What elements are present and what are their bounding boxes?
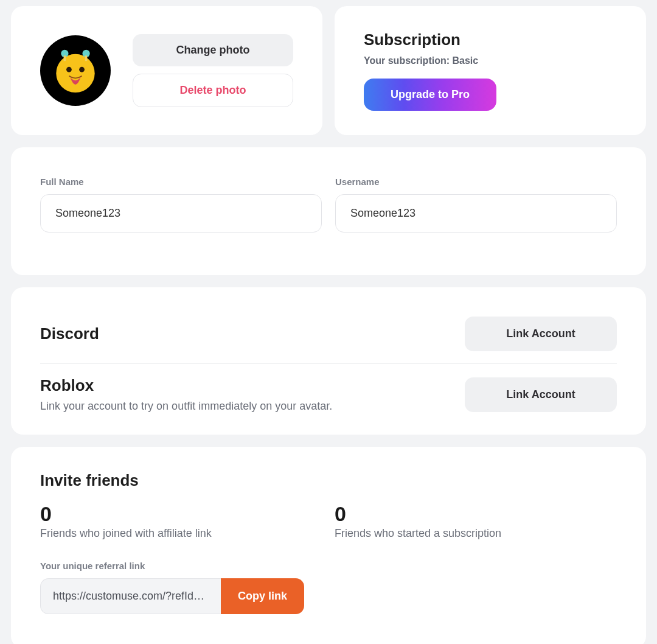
roblox-description: Link your account to try on outfit immed… — [40, 400, 453, 413]
username-field: Username — [335, 177, 617, 233]
photo-card: Change photo Delete photo — [11, 6, 322, 135]
link-discord-button[interactable]: Link Account — [465, 317, 617, 351]
full-name-label: Full Name — [40, 177, 322, 187]
stat-subscribed-label: Friends who started a subscription — [335, 527, 617, 540]
change-photo-button[interactable]: Change photo — [133, 34, 293, 66]
svg-point-1 — [66, 67, 72, 72]
svg-point-0 — [56, 54, 94, 93]
invite-card: Invite friends 0 Friends who joined with… — [11, 447, 646, 644]
invite-title: Invite friends — [40, 471, 617, 490]
stat-subscribed-value: 0 — [335, 502, 617, 526]
stat-subscribed: 0 Friends who started a subscription — [335, 502, 617, 540]
full-name-field: Full Name — [40, 177, 322, 233]
delete-photo-button[interactable]: Delete photo — [133, 74, 293, 107]
referral-row: Copy link — [40, 578, 304, 614]
avatar-icon — [49, 44, 102, 97]
discord-title: Discord — [40, 324, 453, 343]
svg-point-2 — [79, 67, 85, 72]
svg-rect-6 — [85, 55, 88, 61]
full-name-input[interactable] — [40, 194, 322, 233]
subscription-title: Subscription — [364, 30, 617, 49]
username-label: Username — [335, 177, 617, 187]
stat-joined-value: 0 — [40, 502, 322, 526]
copy-link-button[interactable]: Copy link — [221, 578, 304, 614]
referral-label: Your unique referral link — [40, 561, 617, 571]
upgrade-button[interactable]: Upgrade to Pro — [364, 79, 496, 111]
avatar — [40, 35, 111, 106]
link-roblox-button[interactable]: Link Account — [465, 377, 617, 412]
username-input[interactable] — [335, 194, 617, 233]
roblox-row: Roblox Link your account to try on outfi… — [40, 364, 617, 413]
subscription-card: Subscription Your subscription: Basic Up… — [335, 6, 646, 135]
subscription-status: Your subscription: Basic — [364, 55, 617, 66]
profile-card: Full Name Username — [11, 147, 646, 275]
stat-joined: 0 Friends who joined with affiliate link — [40, 502, 322, 540]
roblox-title: Roblox — [40, 376, 453, 395]
referral-input[interactable] — [40, 578, 221, 614]
stat-joined-label: Friends who joined with affiliate link — [40, 527, 322, 540]
photo-buttons: Change photo Delete photo — [133, 34, 293, 107]
linked-accounts-card: Discord Link Account Roblox Link your ac… — [11, 287, 646, 435]
svg-rect-5 — [64, 55, 66, 61]
discord-row: Discord Link Account — [40, 317, 617, 364]
